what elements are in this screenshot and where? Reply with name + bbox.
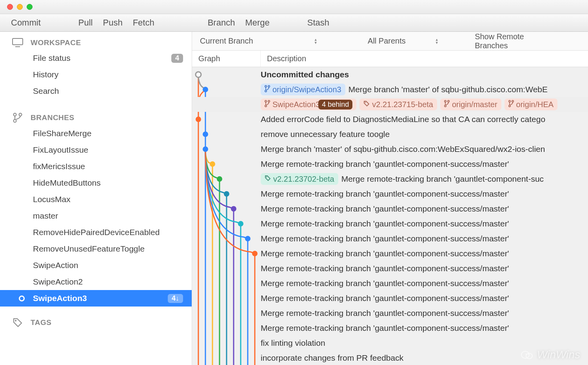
workspace-section[interactable]: WORKSPACE [0, 32, 192, 50]
sidebar-item-label: SwipeAction [33, 261, 78, 270]
branch-button[interactable]: Branch [208, 18, 235, 28]
commit-row[interactable]: Merge branch 'master' of sqbu-github.cis… [192, 142, 588, 157]
sidebar-item-label: RemoveUnusedFeatureToggle [33, 244, 145, 254]
commit-message: remove unnecessary feature toogle [261, 130, 390, 139]
behind-pill: 4 behind [318, 100, 352, 110]
commit-row[interactable]: Merge remote-tracking branch 'gauntlet-c… [192, 291, 588, 306]
svg-point-44 [526, 354, 527, 355]
commit-row[interactable]: v2.21.23702-betaMerge remote-tracking br… [192, 172, 588, 186]
sidebar-branch-filesharemerge[interactable]: FileShareMerge [0, 125, 192, 142]
ref-badge[interactable]: origin/HEA [505, 99, 558, 110]
sidebar-branch-removeunusedfeaturetoggle[interactable]: RemoveUnusedFeatureToggle [0, 241, 192, 257]
behind-badge: 4↓ [168, 294, 183, 303]
sidebar-branch-swipeaction3[interactable]: SwipeAction34↓ [0, 290, 192, 307]
commit-message: Merge remote-tracking branch 'gauntlet-c… [261, 294, 509, 303]
svg-point-29 [268, 85, 270, 87]
commit-row[interactable]: Merge remote-tracking branch 'gauntlet-c… [192, 321, 588, 336]
svg-point-32 [268, 100, 270, 102]
tag-icon [363, 100, 370, 109]
commit-row[interactable]: Merge remote-tracking branch 'gauntlet-c… [192, 157, 588, 172]
commit-list: Uncommitted changesorigin/SwipeAction3Me… [192, 67, 588, 365]
sidebar-branch-swipeaction2[interactable]: SwipeAction2 [0, 274, 192, 290]
commit-message: Merge remote-tracking branch 'gauntlet-c… [261, 189, 509, 199]
close-window-button[interactable] [7, 4, 13, 10]
sidebar-item-label: fixMericsIssue [33, 162, 85, 171]
svg-point-33 [265, 105, 267, 106]
sidebar-branch-fixmericsissue[interactable]: fixMericsIssue [0, 158, 192, 175]
sidebar-item-label: File status [33, 53, 71, 63]
content: Current Branch All Parents Show Remote B… [192, 32, 588, 365]
ref-label: origin/HEA [516, 100, 554, 109]
column-graph[interactable]: Graph [192, 51, 261, 67]
commit-row[interactable]: SwipeAction34 behindv2.21.23715-betaorig… [192, 97, 588, 112]
commit-row[interactable]: Merge remote-tracking branch 'gauntlet-c… [192, 201, 588, 216]
filter-bar: Current Branch All Parents Show Remote B… [192, 32, 588, 51]
ref-badge[interactable]: v2.21.23702-beta [261, 173, 338, 185]
current-branch-select[interactable]: Current Branch [200, 36, 344, 46]
sidebar-branch-master[interactable]: master [0, 208, 192, 224]
sidebar-item-label: FileShareMerge [33, 129, 91, 138]
commit-message: Merge remote-tracking branch 'gauntlet-c… [261, 159, 509, 169]
commit-message: fix linting violation [261, 338, 325, 348]
commit-row[interactable]: Uncommitted changes [192, 67, 588, 82]
sidebar-file-status[interactable]: File status 4 [0, 50, 192, 66]
minimize-window-button[interactable] [17, 4, 23, 10]
commit-message: Added errorCode field to DiagnosticMedia… [261, 115, 545, 124]
zoom-window-button[interactable] [27, 4, 33, 10]
branches-section[interactable]: BRANCHES [0, 106, 192, 125]
commit-row[interactable]: Merge remote-tracking branch 'gauntlet-c… [192, 246, 588, 261]
sidebar-branch-hidemutedbuttons[interactable]: HideMutedButtons [0, 175, 192, 191]
commit-message: Merge remote-tracking branch 'gauntlet-c… [261, 234, 509, 243]
commit-row[interactable]: Merge remote-tracking branch 'gauntlet-c… [192, 186, 588, 201]
pull-button[interactable]: Pull [78, 18, 93, 28]
tag-icon [12, 318, 24, 328]
commit-message: Merge remote-tracking branch 'gauntlet-c… [261, 264, 509, 273]
sidebar-branch-locusmax[interactable]: LocusMax [0, 191, 192, 208]
all-parents-select[interactable]: All Parents [368, 36, 451, 46]
commit-message: Merge branch 'master' of sqbu-github.cis… [348, 85, 548, 94]
show-remote-select[interactable]: Show Remote Branches [475, 32, 557, 50]
column-description[interactable]: Description [261, 54, 588, 63]
commit-row[interactable]: origin/SwipeAction3Merge branch 'master'… [192, 82, 588, 97]
ref-badge[interactable]: origin/SwipeAction3 [261, 84, 345, 95]
commit-row[interactable]: Merge remote-tracking branch 'gauntlet-c… [192, 216, 588, 231]
branch-icon [12, 113, 24, 123]
svg-point-3 [19, 113, 22, 116]
titlebar [0, 0, 588, 14]
push-button[interactable]: Push [103, 18, 122, 28]
sidebar-branch-swipeaction[interactable]: SwipeAction [0, 257, 192, 274]
sidebar-item-label: FixLayoutIssue [33, 145, 88, 155]
ref-badge[interactable]: origin/master [440, 99, 501, 110]
stash-button[interactable]: Stash [307, 18, 329, 28]
svg-point-38 [508, 100, 510, 102]
commit-row[interactable]: Merge remote-tracking branch 'gauntlet-c… [192, 276, 588, 291]
ref-label: v2.21.23702-beta [273, 175, 334, 184]
commit-row[interactable]: Merge remote-tracking branch 'gauntlet-c… [192, 306, 588, 321]
traffic-lights [7, 4, 33, 10]
ref-label: origin/master [452, 100, 497, 109]
show-remote-label: Show Remote Branches [475, 32, 557, 50]
commit-message: Merge remote-tracking branch 'gauntlet-c… [261, 219, 509, 228]
ref-badge[interactable]: v2.21.23715-beta [359, 99, 437, 110]
sidebar-search[interactable]: Search [0, 83, 192, 99]
fetch-button[interactable]: Fetch [133, 18, 154, 28]
commit-row[interactable]: remove unnecessary feature toogle [192, 127, 588, 142]
sidebar-branch-fixlayoutissue[interactable]: FixLayoutIssue [0, 142, 192, 158]
sidebar-history[interactable]: History [0, 66, 192, 83]
commit-row[interactable]: Merge remote-tracking branch 'gauntlet-c… [192, 231, 588, 246]
commit-message: Merge remote-tracking branch 'gauntlet-c… [261, 323, 509, 333]
sidebar-branch-removehidepaireddeviceenabled[interactable]: RemoveHidePairedDeviceEnabled [0, 224, 192, 241]
sidebar-item-label: RemoveHidePairedDeviceEnabled [33, 228, 160, 237]
svg-point-28 [265, 85, 267, 87]
tags-section[interactable]: TAGS [0, 311, 192, 330]
table-header: Graph Description [192, 51, 588, 67]
merge-button[interactable]: Merge [245, 18, 269, 28]
sidebar: WORKSPACE File status 4 History Search B… [0, 32, 192, 365]
commit-row[interactable]: Added errorCode field to DiagnosticMedia… [192, 112, 588, 127]
svg-point-31 [265, 100, 267, 102]
ref-label: SwipeAction3 [272, 100, 320, 109]
ref-badge[interactable]: SwipeAction34 behind [261, 99, 356, 110]
commit-row[interactable]: Merge remote-tracking branch 'gauntlet-c… [192, 261, 588, 276]
commit-button[interactable]: Commit [11, 18, 41, 28]
commit-message: incorporate changes from PR feedback [261, 353, 403, 363]
